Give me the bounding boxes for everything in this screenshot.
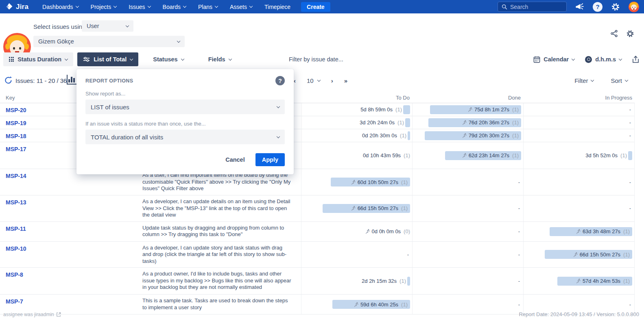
issue-key-link[interactable]: MSP-7 — [6, 298, 23, 305]
issue-key-link[interactable]: MSP-17 — [6, 146, 26, 152]
runner-icon — [462, 133, 467, 138]
modal-title: REPORT OPTIONS — [85, 78, 133, 84]
duration-cell-todo: 5d 8h 59m 0s(1) — [301, 103, 412, 116]
summary-cell: This is a sample task. Tasks are used to… — [142, 295, 301, 314]
issue-key-link[interactable]: MSP-14 — [6, 173, 26, 179]
runner-icon — [467, 107, 473, 112]
nav-item-issues[interactable]: Issues — [129, 4, 150, 10]
duration-cell-todo: 0d 0h 0m 0s(0) — [301, 222, 412, 241]
key-cell: MSP-10 — [0, 242, 142, 268]
issue-key-link[interactable]: MSP-18 — [6, 133, 26, 139]
nav-item-projects[interactable]: Projects — [91, 4, 117, 10]
top-navigation: Jira DashboardsProjectsIssuesBoardsPlans… — [0, 0, 644, 13]
jira-logo-text: Jira — [16, 3, 28, 11]
duration-format-icon — [585, 56, 592, 63]
column-header-inprogress: In Progress — [523, 95, 635, 101]
issue-source-select[interactable]: User — [82, 20, 133, 32]
jira-logo-icon — [5, 2, 13, 11]
issue-key-link[interactable]: MSP-20 — [6, 107, 26, 113]
chart-view-icon[interactable] — [67, 75, 76, 85]
last-page-button[interactable]: » — [344, 77, 347, 84]
date-filter-input[interactable]: Filter by issue date... — [289, 56, 343, 63]
summary-cell: As a developer, I can update story and t… — [142, 242, 301, 268]
duration-bar: 59d 6h 40m 25s(1) — [332, 300, 410, 309]
empty-duration: - — [629, 301, 632, 308]
export-icon[interactable] — [632, 56, 639, 63]
duration-bar: 75d 8h 1m 27s(1) — [430, 105, 521, 114]
issue-key-link[interactable]: MSP-19 — [6, 120, 26, 126]
runner-icon — [576, 229, 581, 234]
fields-button[interactable]: Fields — [203, 52, 237, 66]
chevron-down-icon — [130, 57, 133, 60]
runner-icon — [462, 120, 467, 125]
page-size-select[interactable]: 10 — [307, 77, 320, 84]
share-icon[interactable] — [610, 30, 618, 38]
visits-select[interactable]: TOTAL duration of all visits — [85, 130, 285, 144]
next-page-button[interactable]: › — [331, 77, 333, 84]
user-avatar[interactable] — [629, 2, 639, 12]
runner-icon — [576, 278, 581, 284]
duration-cell-todo: 2d 2h 15m 32s(1) — [301, 268, 412, 294]
duration-cell-todo: 0d 10h 43m 59s(1) — [301, 142, 412, 169]
jira-logo[interactable]: Jira — [5, 2, 28, 11]
empty-duration: - — [629, 205, 632, 211]
cancel-button[interactable]: Cancel — [225, 156, 245, 163]
duration-bar — [403, 105, 410, 114]
calendar-button[interactable]: Calendar — [533, 56, 574, 63]
report-date-version: Report Date: 2024-05-09 13:45 / Version:… — [519, 311, 639, 317]
sort-button[interactable]: Sort — [611, 77, 628, 84]
key-cell: MSP-11 — [0, 222, 142, 241]
duration-bar: 66d 15h 50m 27s(1) — [545, 250, 632, 259]
key-cell: MSP-8 — [0, 268, 142, 294]
nav-item-dashboards[interactable]: Dashboards — [42, 4, 79, 10]
nav-item-timepiece[interactable]: Timepiece — [264, 4, 290, 10]
duration-bar: 63d 3h 48m 27s(1) — [550, 227, 632, 236]
prev-page-button[interactable]: ‹ — [294, 77, 296, 84]
key-cell: MSP-13 — [0, 195, 142, 221]
empty-duration: - — [518, 278, 521, 284]
duration-cell-inprogress: 63d 3h 48m 27s(1) — [523, 222, 635, 241]
duration-cell-inprogress: - — [523, 195, 635, 221]
issue-key-link[interactable]: MSP-10 — [6, 245, 26, 252]
announcements-icon[interactable] — [575, 3, 584, 11]
issue-key-link[interactable]: MSP-13 — [6, 199, 26, 206]
user-select[interactable]: Gizem Gökçe — [33, 36, 185, 47]
nav-item-assets[interactable]: Assets — [230, 4, 252, 10]
runner-icon — [354, 302, 359, 307]
nav-item-plans[interactable]: Plans — [198, 4, 218, 10]
statuses-button[interactable]: Statuses — [147, 52, 189, 66]
duration-cell-inprogress: 66d 15h 50m 27s(1) — [523, 242, 635, 268]
search-input[interactable]: Search — [498, 2, 567, 12]
filter-button[interactable]: Filter — [574, 77, 594, 84]
modal-help-icon[interactable]: ? — [275, 76, 285, 85]
chevron-down-icon — [591, 78, 594, 81]
report-type-button[interactable]: Status Duration — [3, 52, 73, 66]
apply-button[interactable]: Apply — [255, 153, 285, 166]
report-settings-gear-icon[interactable] — [626, 30, 634, 38]
view-mode-button[interactable]: List of Total — [77, 52, 138, 66]
settings-gear-icon[interactable] — [611, 2, 620, 11]
duration-cell-inprogress: 3d 5h 52m 0s(1) — [523, 142, 635, 169]
runner-icon — [462, 153, 467, 158]
duration-cell-todo: 3d 20h 24m 0s(1) — [301, 116, 412, 129]
external-link-icon[interactable] — [56, 312, 61, 317]
summary-cell: Update task status by dragging and dropp… — [142, 222, 301, 241]
chevron-down-icon — [75, 4, 79, 8]
nav-item-boards[interactable]: Boards — [163, 4, 186, 10]
calendar-icon — [533, 56, 540, 63]
show-report-select[interactable]: LIST of issues — [85, 100, 285, 114]
table-row: MSP-11Update task status by dragging and… — [0, 222, 635, 242]
column-header-done: Done — [412, 95, 523, 101]
issue-key-link[interactable]: MSP-11 — [6, 226, 26, 232]
duration-bar: 76d 20h 36m 27s(1) — [428, 118, 521, 127]
chevron-down-icon — [114, 4, 117, 8]
chevron-down-icon — [317, 78, 320, 81]
empty-duration: - — [629, 119, 632, 126]
duration-format-button[interactable]: d.h.m.s — [585, 56, 622, 63]
empty-duration: - — [629, 179, 632, 185]
key-cell: MSP-7 — [0, 295, 142, 314]
issue-key-link[interactable]: MSP-8 — [6, 271, 23, 278]
refresh-icon[interactable] — [4, 76, 13, 85]
help-icon[interactable]: ? — [593, 2, 603, 12]
create-button[interactable]: Create — [301, 2, 330, 12]
